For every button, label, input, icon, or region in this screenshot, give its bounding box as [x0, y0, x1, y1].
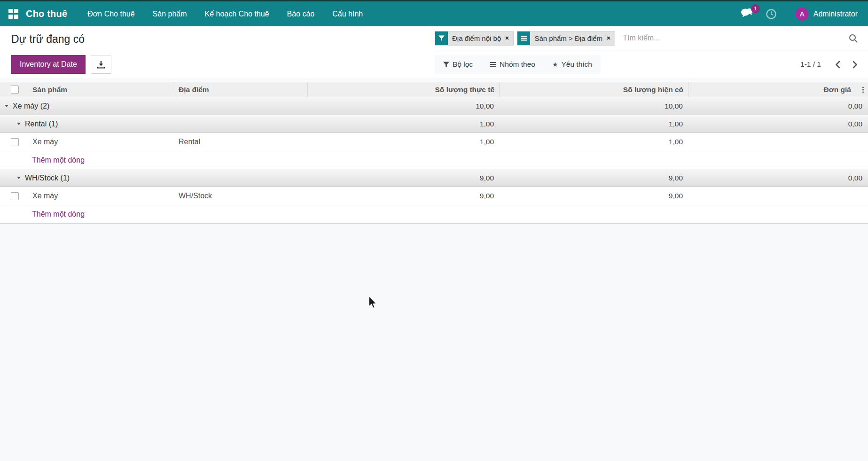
inventory-at-date-button[interactable]: Inventory at Date	[11, 55, 86, 74]
column-header-price-label: Đơn giá	[824, 86, 851, 94]
apps-grid-icon[interactable]	[8, 9, 18, 19]
group-qty-real: 1,00	[308, 115, 500, 133]
facet-body: Địa điểm nội bộ✕	[448, 31, 513, 45]
add-line-link[interactable]: Thêm một dòng	[32, 156, 85, 164]
nav-menu-1[interactable]: Sản phẩm	[144, 1, 196, 26]
messages-count-badge: 1	[751, 4, 760, 13]
favorites-label: Yêu thích	[561, 60, 592, 69]
control-panel: Dự trữ đang có Địa điểm nội bộ✕Sản phẩm …	[0, 26, 868, 78]
cell-location[interactable]: Rental	[175, 133, 308, 151]
pager-value[interactable]: 1-1 / 1	[800, 60, 821, 69]
select-all-checkbox[interactable]	[11, 86, 19, 94]
search-facet-groupby: Sản phẩm > Địa điểm✕	[517, 31, 615, 46]
cell-qty-onhand[interactable]: 1,00	[500, 133, 688, 151]
cell-price[interactable]	[688, 187, 868, 205]
pager: 1-1 / 1	[800, 51, 858, 78]
column-header-qty-real[interactable]: Số lượng thực tế	[308, 82, 500, 97]
groupby-label: Nhóm theo	[500, 60, 535, 69]
group-row[interactable]: WH/Stock (1)9,009,000,00	[0, 169, 868, 187]
facet-remove-icon[interactable]: ✕	[606, 35, 610, 41]
add-line-cell: Thêm một dòng	[0, 151, 868, 169]
groupby-button[interactable]: Nhóm theo	[490, 60, 535, 69]
star-icon: ★	[552, 61, 558, 68]
group-qty-real: 9,00	[308, 169, 500, 187]
group-row[interactable]: Xe máy (2)10,0010,000,00	[0, 97, 868, 115]
group-qty-real: 10,00	[308, 97, 500, 115]
cell-product[interactable]: Xe máy	[29, 187, 175, 205]
download-icon	[97, 61, 105, 69]
nav-menu-4[interactable]: Cấu hình	[323, 1, 372, 26]
search-options: Bộ lọc Nhóm theo ★ Yêu thích	[435, 55, 601, 74]
row-select-cell	[0, 187, 29, 205]
group-price: 0,00	[688, 97, 868, 115]
add-line-cell: Thêm một dòng	[0, 205, 868, 223]
group-label: WH/Stock (1)	[25, 174, 70, 182]
group-caret-icon[interactable]	[17, 123, 21, 125]
pager-next-icon[interactable]	[852, 61, 858, 69]
group-label-cell: Rental (1)	[0, 115, 308, 133]
column-header-price[interactable]: Đơn giá	[688, 82, 868, 97]
navbar-right: 1 A Administrator	[741, 8, 858, 21]
group-caret-icon[interactable]	[17, 177, 21, 179]
facet-label: Địa điểm nội bộ	[452, 34, 501, 42]
column-header-qty-onhand[interactable]: Số lượng hiện có	[500, 82, 688, 97]
column-header-product[interactable]: Sản phẩm	[29, 82, 175, 97]
group-row[interactable]: Rental (1)1,001,000,00	[0, 115, 868, 133]
filter-funnel-icon	[443, 62, 449, 68]
group-label-cell: WH/Stock (1)	[0, 169, 308, 187]
group-qty-onhand: 9,00	[500, 169, 688, 187]
group-label: Xe máy (2)	[13, 102, 49, 110]
row-checkbox[interactable]	[11, 138, 19, 146]
table-row[interactable]: Xe máyWH/Stock9,009,00	[0, 187, 868, 205]
user-menu[interactable]: A Administrator	[796, 8, 858, 21]
nav-menu-3[interactable]: Báo cáo	[278, 1, 324, 26]
groupby-icon	[521, 36, 527, 41]
add-line-link[interactable]: Thêm một dòng	[32, 210, 85, 219]
filter-icon-box	[435, 31, 448, 45]
search-bar[interactable]: Địa điểm nội bộ✕Sản phẩm > Địa điểm✕	[435, 26, 868, 50]
groupby-bars-icon	[490, 62, 496, 67]
search-facet-filter: Địa điểm nội bộ✕	[435, 31, 514, 46]
messages-button[interactable]: 1	[741, 8, 753, 20]
pager-previous-icon[interactable]	[835, 61, 840, 69]
cell-product[interactable]: Xe máy	[29, 133, 175, 151]
app-name[interactable]: Cho thuê	[26, 8, 67, 19]
group-label-cell: Xe máy (2)	[0, 97, 308, 115]
optional-columns-toggle-icon[interactable]	[862, 86, 864, 93]
nav-menu-0[interactable]: Đơn Cho thuê	[78, 1, 143, 26]
group-qty-onhand: 10,00	[500, 97, 688, 115]
groupby-icon-box	[517, 31, 530, 45]
filters-button[interactable]: Bộ lọc	[443, 60, 473, 69]
facets-host: Địa điểm nội bộ✕Sản phẩm > Địa điểm✕	[435, 31, 618, 46]
list-body: Xe máy (2)10,0010,000,00Rental (1)1,001,…	[0, 97, 868, 223]
row-select-cell	[0, 133, 29, 151]
filter-icon	[438, 35, 445, 41]
group-price: 0,00	[688, 169, 868, 187]
group-caret-icon[interactable]	[5, 105, 8, 107]
column-header-location[interactable]: Địa điểm	[175, 82, 308, 97]
group-price: 0,00	[688, 115, 868, 133]
cell-qty-real[interactable]: 9,00	[308, 187, 500, 205]
nav-menu-2[interactable]: Kế hoạch Cho thuê	[196, 1, 278, 26]
user-name: Administrator	[813, 10, 858, 18]
avatar: A	[796, 8, 809, 21]
list-header: Sản phẩm Địa điểm Số lượng thực tế Số lư…	[0, 82, 868, 97]
search-input[interactable]	[623, 34, 849, 42]
activities-clock-icon[interactable]	[766, 8, 777, 20]
row-checkbox[interactable]	[11, 192, 19, 200]
cell-qty-onhand[interactable]: 9,00	[500, 187, 688, 205]
group-qty-onhand: 1,00	[500, 115, 688, 133]
cell-location[interactable]: WH/Stock	[175, 187, 308, 205]
add-line-row: Thêm một dòng	[0, 151, 868, 169]
app-menus: Đơn Cho thuêSản phẩmKế hoạch Cho thuêBáo…	[78, 1, 372, 26]
export-button[interactable]	[91, 55, 111, 74]
table-row[interactable]: Xe máyRental1,001,00	[0, 133, 868, 151]
group-label: Rental (1)	[25, 120, 58, 128]
cell-price[interactable]	[688, 133, 868, 151]
add-line-row: Thêm một dòng	[0, 205, 868, 223]
cell-qty-real[interactable]: 1,00	[308, 133, 500, 151]
favorites-button[interactable]: ★ Yêu thích	[552, 60, 592, 69]
facet-body: Sản phẩm > Địa điểm✕	[530, 31, 615, 45]
facet-remove-icon[interactable]: ✕	[505, 35, 509, 41]
search-icon	[849, 34, 858, 43]
